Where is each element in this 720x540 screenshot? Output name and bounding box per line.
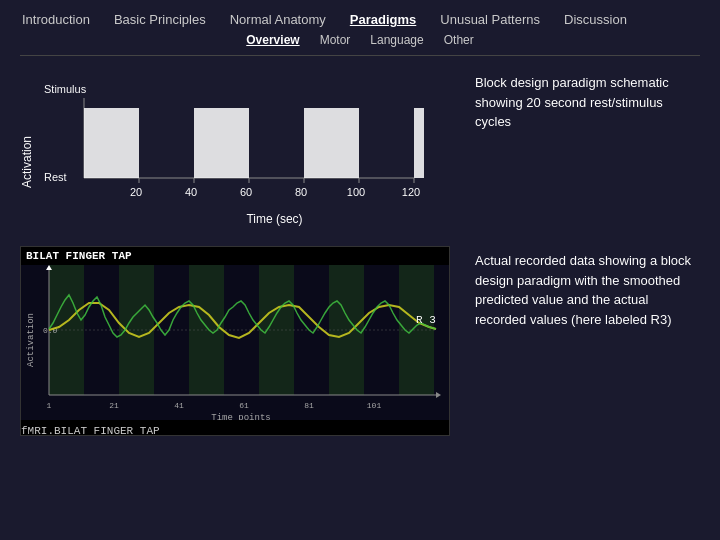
rest-label: Rest — [44, 171, 67, 183]
description-bottom-text: Actual recorded data showing a block des… — [475, 251, 695, 329]
subnav-motor[interactable]: Motor — [320, 33, 351, 47]
block-design-chart: 20 40 60 80 100 120 — [44, 78, 424, 208]
svg-text:80: 80 — [295, 186, 307, 198]
nav-paradigms[interactable]: Paradigms — [348, 8, 418, 31]
svg-text:Time points: Time points — [211, 413, 270, 420]
main-content: Activation Stimulus Rest — [0, 58, 720, 236]
fmri-image: BILAT FINGER TAP Activation 0.0 — [20, 246, 450, 436]
bottom-section: BILAT FINGER TAP Activation 0.0 — [0, 241, 720, 441]
nav-discussion[interactable]: Discussion — [562, 8, 629, 31]
subnav-overview[interactable]: Overview — [246, 33, 299, 47]
svg-marker-29 — [436, 392, 441, 398]
svg-text:41: 41 — [174, 401, 184, 410]
svg-text:100: 100 — [347, 186, 365, 198]
nav-normal-anatomy[interactable]: Normal Anatomy — [228, 8, 328, 31]
fmri-graph-area: Activation 0.0 1 21 41 61 81 101 Time po… — [21, 265, 449, 420]
svg-text:20: 20 — [130, 186, 142, 198]
description-bottom: Actual recorded data showing a block des… — [470, 246, 700, 436]
svg-text:40: 40 — [185, 186, 197, 198]
nav-basic-principles[interactable]: Basic Principles — [112, 8, 208, 31]
svg-text:120: 120 — [402, 186, 420, 198]
svg-text:81: 81 — [304, 401, 314, 410]
description-top: Block design paradigm schematic showing … — [470, 68, 700, 226]
top-divider — [20, 55, 700, 56]
y-axis-label: Activation — [20, 78, 34, 226]
svg-text:60: 60 — [240, 186, 252, 198]
nav-introduction[interactable]: Introduction — [20, 8, 92, 31]
description-top-text: Block design paradigm schematic showing … — [475, 73, 695, 132]
svg-text:61: 61 — [239, 401, 249, 410]
block-chart-area: Activation Stimulus Rest — [20, 68, 450, 226]
subnav-language[interactable]: Language — [370, 33, 423, 47]
x-axis-label: Time (sec) — [99, 212, 450, 226]
svg-text:21: 21 — [109, 401, 119, 410]
fmri-bottom-label: fMRI.BILAT FINGER TAP — [21, 425, 449, 436]
svg-text:1: 1 — [47, 401, 52, 410]
fmri-title: BILAT FINGER TAP — [21, 247, 449, 265]
sub-nav: Overview Motor Language Other — [0, 31, 720, 53]
block-chart-inner: Stimulus Rest — [39, 78, 450, 226]
fmri-chart: Activation 0.0 1 21 41 61 81 101 Time po… — [21, 265, 450, 420]
svg-rect-5 — [414, 108, 424, 178]
svg-rect-21 — [259, 265, 294, 395]
svg-rect-3 — [194, 108, 249, 178]
stimulus-label: Stimulus — [44, 83, 86, 95]
svg-text:Activation: Activation — [26, 313, 36, 367]
nav-unusual-patterns[interactable]: Unusual Patterns — [438, 8, 542, 31]
block-chart-container: Activation Stimulus Rest — [20, 78, 450, 226]
svg-text:R 3: R 3 — [416, 314, 436, 326]
svg-rect-2 — [84, 108, 139, 178]
svg-text:101: 101 — [367, 401, 382, 410]
svg-rect-4 — [304, 108, 359, 178]
subnav-other[interactable]: Other — [444, 33, 474, 47]
top-nav: Introduction Basic Principles Normal Ana… — [0, 0, 720, 31]
